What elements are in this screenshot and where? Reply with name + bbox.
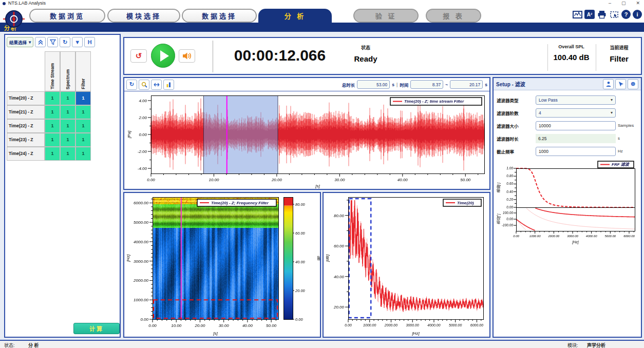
result-selector-label: 结果选择 [9,39,27,45]
setup-field-unit: Hz [618,149,623,153]
table-row: Time(23) - Z111 [7,133,91,147]
table-cell[interactable]: 1 [75,91,91,105]
spectrum-chart[interactable] [324,193,489,337]
table-corner [7,51,45,91]
chart-mode-button[interactable] [163,80,174,90]
cutoff-frequency-input[interactable] [536,147,616,156]
process-label: 当前进程 [596,44,642,51]
column-header: Time Stream [45,51,60,91]
tab-报表[interactable]: 报 表 [426,9,481,23]
play-icon [160,50,169,62]
table-cell[interactable]: 1 [75,105,91,119]
compute-button[interactable]: 计算 [73,323,120,334]
row-label: Time(23) - Z [7,133,45,147]
column-header-label: Time Stream [50,63,55,89]
print-icon[interactable] [597,10,607,19]
spectrum-panel [323,192,490,338]
overall-spl-label: Overall SPL [548,44,595,49]
row-label: Time(21) - Z [7,105,45,119]
waveform-toolbar: ↻ 总时长 s | 时间 ~ [124,78,489,91]
table-cell[interactable]: 1 [75,147,91,161]
tab-数据浏览[interactable]: 数据浏览 [29,9,105,23]
tab-数据选择[interactable]: 数据选择 [182,9,257,23]
setup-row: 滤波器类型Low Pass▾ [494,93,641,106]
close-button[interactable]: ✕ [636,0,640,7]
range-label: 时间 [400,82,408,88]
pointer-button[interactable] [615,79,626,89]
column-header-label: Spectrum [65,69,70,89]
chevron-down-icon: ▾ [29,40,31,45]
table-cell[interactable]: 1 [60,119,75,133]
info-icon[interactable]: i [633,10,642,19]
snip-selection-icon[interactable] [609,10,619,19]
table-header-row: Time StreamSpectrumFilter [7,51,91,91]
reset-playback-button[interactable]: ↺ [130,49,147,63]
title-bar: NTS.LAB Analysis – ▢ ✕ [0,0,644,7]
table-cell[interactable]: 1 [60,147,75,161]
table-cell[interactable]: 1 [60,105,75,119]
table-row: Time(24) - Z111 [7,147,91,161]
help-icon[interactable]: ? [621,10,631,19]
row-label: Time(20) - Z [7,91,45,105]
status-label: 状态 [325,44,407,51]
table-cell[interactable]: 1 [75,133,91,147]
table-cell[interactable]: 1 [45,91,60,105]
range-start-input[interactable] [410,80,443,89]
font-size-icon[interactable]: A² [584,10,595,19]
scroll-top-button[interactable] [35,37,46,47]
table-cell[interactable]: 1 [45,105,60,119]
target-button[interactable]: ⊕ [628,79,638,89]
chevron-down-icon: ▾ [611,110,613,115]
table-cell[interactable]: 1 [60,133,75,147]
transport-panel: ↺ 00:00:12.066 状态 Ready Overall SPL 100.… [123,37,642,75]
table-row: Time(22) - Z111 [7,119,91,133]
refresh-button[interactable]: ↻ [60,37,70,47]
setup-field-label: 滤波器阶数 [497,110,534,116]
column-header: Spectrum [60,51,75,91]
apply-user-button[interactable] [603,79,614,89]
table-row: Time(20) - Z111 [7,91,91,105]
table-cell[interactable]: 1 [60,91,75,105]
table-cell[interactable]: 1 [45,133,60,147]
filter-type-select-value: Low Pass [539,98,558,103]
table-cell[interactable]: 1 [75,119,91,133]
wave-refresh-button[interactable]: ↻ [126,80,137,90]
filter-size-input[interactable] [536,121,616,130]
scope-window-icon[interactable] [572,10,582,19]
filter-duration-value: 6.25 [536,134,616,143]
divider: | [396,82,397,87]
nav-bar: 数据浏览模块选择数据选择分 析验 证报 表 A² ? i [0,7,644,23]
statusbar-value: 分 析 [28,342,39,348]
duration-label: 总时长 [342,82,355,88]
range-end-input[interactable] [450,80,483,89]
result-selector-dropdown[interactable]: 结果选择 ▾ [7,37,33,47]
playback-time: 00:00:12.066 [218,47,342,64]
audio-output-button[interactable] [179,49,195,63]
chevron-down-icon: ▾ [611,98,613,102]
pan-tool-button[interactable] [151,80,162,90]
filter-button[interactable] [47,37,58,47]
expand-down-button[interactable]: ▼ [72,37,83,47]
maximize-button[interactable]: ▢ [621,0,626,7]
setup-panel: Setup - 滤波 ⊕ 滤波器类型Low Pass▾滤波器阶数4▾滤波器大小S… [493,77,642,338]
setup-header: Setup - 滤波 ⊕ [494,78,641,90]
tab-模块选择[interactable]: 模块选择 [107,9,180,23]
zoom-tool-button[interactable] [139,80,149,90]
tab-分析[interactable]: 分 析 [258,9,332,24]
hold-button[interactable]: H [84,37,95,47]
table-cell[interactable]: 1 [45,119,60,133]
spectrogram-chart[interactable] [124,193,320,337]
table-row: Time(21) - Z111 [7,105,91,119]
breadcrumb-strip: 分析 [0,23,644,32]
table-cell[interactable]: 1 [45,147,60,161]
module-value: 声学分析 [587,342,605,348]
filter-type-select[interactable]: Low Pass▾ [536,95,616,105]
overall-spl-value: 100.40 dB [548,53,595,62]
play-button[interactable] [151,44,175,68]
results-table: Time StreamSpectrumFilterTime(20) - Z111… [7,51,91,161]
tab-验证[interactable]: 验 证 [353,9,419,23]
time-stream-chart[interactable] [124,91,489,189]
minimize-button[interactable]: – [609,0,611,7]
duration-input[interactable] [357,80,390,89]
filter-order-select[interactable]: 4▾ [536,108,616,118]
